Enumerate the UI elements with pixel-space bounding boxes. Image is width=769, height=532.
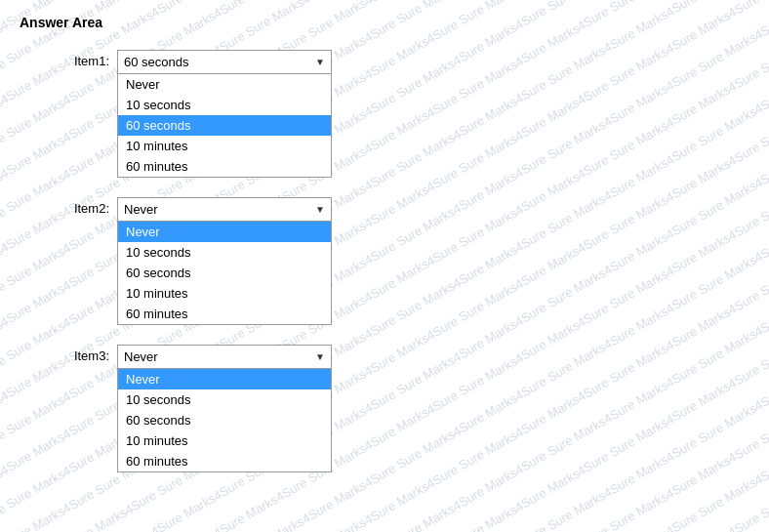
dropdown-2[interactable]: Never▼Never10 seconds60 seconds10 minute… — [117, 197, 332, 325]
dropdown-option-2-0[interactable]: Never — [118, 222, 331, 242]
dropdown-option-3-2[interactable]: 60 seconds — [118, 410, 331, 430]
dropdown-list-2: Never10 seconds60 seconds10 minutes60 mi… — [118, 222, 331, 324]
dropdown-option-3-0[interactable]: Never — [118, 369, 331, 389]
dropdown-option-2-4[interactable]: 60 minutes — [118, 304, 331, 324]
items-wrapper: Item1:60 seconds▼Never10 seconds60 secon… — [59, 50, 749, 472]
dropdown-header-2[interactable]: Never▼ — [118, 198, 331, 222]
item-label-1: Item1: — [59, 50, 117, 68]
dropdown-arrow-icon-1: ▼ — [315, 57, 325, 67]
item-row-1: Item1:60 seconds▼Never10 seconds60 secon… — [59, 50, 749, 178]
dropdown-option-3-4[interactable]: 60 minutes — [118, 451, 331, 471]
dropdown-1[interactable]: 60 seconds▼Never10 seconds60 seconds10 m… — [117, 50, 332, 178]
item-label-3: Item3: — [59, 345, 117, 363]
dropdown-header-text-2: Never — [124, 202, 158, 217]
dropdown-arrow-icon-3: ▼ — [315, 351, 325, 362]
dropdown-option-1-2[interactable]: 60 seconds — [118, 115, 331, 136]
dropdown-option-3-3[interactable]: 10 minutes — [118, 430, 331, 451]
dropdown-header-text-3: Never — [124, 349, 158, 364]
item-label-2: Item2: — [59, 197, 117, 216]
dropdown-header-text-1: 60 seconds — [124, 55, 189, 69]
dropdown-option-1-3[interactable]: 10 minutes — [118, 136, 331, 156]
dropdown-arrow-icon-2: ▼ — [315, 204, 325, 215]
dropdown-option-1-4[interactable]: 60 minutes — [118, 156, 331, 177]
dropdown-option-1-1[interactable]: 10 seconds — [118, 95, 331, 115]
dropdown-header-1[interactable]: 60 seconds▼ — [118, 51, 331, 74]
dropdown-list-1: Never10 seconds60 seconds10 minutes60 mi… — [118, 74, 331, 177]
dropdown-option-2-3[interactable]: 10 minutes — [118, 283, 331, 304]
dropdown-option-2-2[interactable]: 60 seconds — [118, 263, 331, 283]
answer-area-title: Answer Area — [20, 15, 749, 30]
dropdown-option-3-1[interactable]: 10 seconds — [118, 389, 331, 410]
dropdown-3[interactable]: Never▼Never10 seconds60 seconds10 minute… — [117, 345, 332, 472]
item-row-3: Item3:Never▼Never10 seconds60 seconds10 … — [59, 345, 749, 472]
dropdown-option-2-1[interactable]: 10 seconds — [118, 242, 331, 263]
dropdown-header-3[interactable]: Never▼ — [118, 346, 331, 369]
dropdown-option-1-0[interactable]: Never — [118, 74, 331, 95]
dropdown-list-3: Never10 seconds60 seconds10 minutes60 mi… — [118, 369, 331, 471]
item-row-2: Item2:Never▼Never10 seconds60 seconds10 … — [59, 197, 749, 325]
